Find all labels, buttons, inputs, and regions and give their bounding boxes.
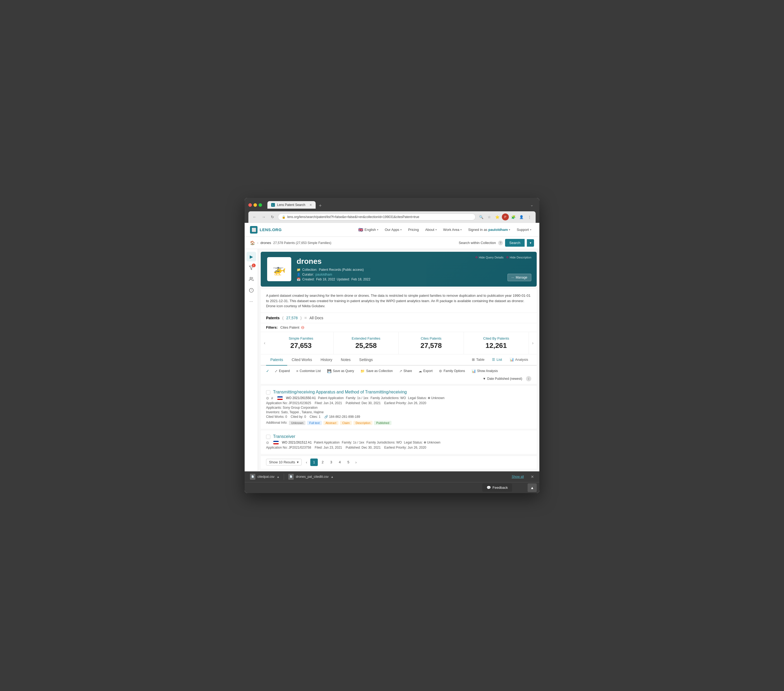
search-button[interactable]: Search — [505, 239, 525, 247]
tab-history[interactable]: History — [316, 354, 336, 365]
profile-icon[interactable]: P — [502, 214, 509, 220]
search-help-icon[interactable]: ? — [498, 240, 503, 245]
page-2-button[interactable]: 2 — [319, 459, 326, 466]
download-chevron-1-icon[interactable]: ▲ — [277, 475, 280, 478]
tab-notes[interactable]: Notes — [336, 354, 355, 365]
filter-remove-icon[interactable]: ⊖ — [301, 326, 305, 330]
patents-count[interactable]: 27,578 — [286, 316, 298, 320]
hide-desc-button[interactable]: ⊖ Hide Description — [506, 255, 531, 259]
next-page-button[interactable]: › — [353, 459, 359, 466]
patent-2-app-number[interactable]: WO 2021/261512 A1 — [282, 441, 311, 444]
prev-page-button[interactable]: ‹ — [304, 459, 310, 466]
page-1-button[interactable]: 1 — [310, 459, 318, 466]
search-browser-icon[interactable]: 🔍 — [478, 214, 485, 220]
patent-2-checkbox[interactable] — [266, 435, 270, 439]
bookmark-add-icon[interactable]: ☆ — [486, 214, 493, 220]
address-bar[interactable]: 🔒 lens.org/lens/search/patent/list?f=fal… — [278, 214, 476, 220]
stats-prev-icon[interactable]: ‹ — [261, 341, 268, 346]
show-results-selector[interactable]: Show 10 Results ▾ — [266, 459, 302, 466]
search-dropdown-button[interactable]: ▾ — [527, 239, 534, 247]
tab-close-icon[interactable]: ✕ — [310, 203, 312, 207]
patent-2-title[interactable]: Transceiver — [273, 434, 295, 439]
patent-1-hash-icon[interactable]: # — [271, 396, 273, 400]
patent-1-checkbox[interactable] — [266, 390, 270, 395]
breadcrumb-collection[interactable]: drones — [260, 241, 271, 245]
work-area-menu[interactable]: Work Area ▾ — [440, 226, 464, 233]
show-all-link[interactable]: Show all — [512, 475, 524, 479]
tab-settings[interactable]: Settings — [355, 354, 377, 365]
patent-1-app-number[interactable]: WO 2021/261550 A1 — [286, 396, 316, 400]
browser-tab-active[interactable]: L Lens Patent Search ✕ — [267, 201, 316, 209]
logo[interactable]: ⬜ LENS.ORG — [250, 226, 282, 234]
list-view-button[interactable]: ☰ List — [489, 356, 505, 363]
download-item-2[interactable]: 📄 drones_pat_citedlit.csv ▲ — [288, 474, 334, 480]
sidebar-nav-icon[interactable]: ▶ — [247, 252, 256, 262]
sidebar-filter-icon[interactable]: 1 — [247, 263, 256, 273]
simple-families-stat: Simple Families 27,653 — [268, 332, 334, 354]
sort-button[interactable]: ▼ Date Published (newest) — [480, 375, 525, 382]
hide-query-button[interactable]: ⊖ Hide Query Details — [475, 255, 504, 259]
maximize-traffic-light[interactable] — [259, 203, 262, 207]
csv-file-icon-2: 📄 — [288, 474, 294, 480]
feedback-button[interactable]: 💬 Feedback — [482, 484, 512, 492]
download-chevron-2-icon[interactable]: ▲ — [331, 475, 334, 478]
export-icon: ☁ — [418, 369, 422, 373]
page-5-button[interactable]: 5 — [344, 459, 352, 466]
close-download-bar-icon[interactable]: ✕ — [531, 475, 534, 479]
user-icon[interactable]: 👤 — [518, 214, 525, 220]
close-traffic-light[interactable] — [249, 203, 252, 207]
scroll-top-button[interactable]: ▲ — [527, 484, 537, 492]
page-4-button[interactable]: 4 — [336, 459, 344, 466]
window-menu-icon[interactable]: ⌄ — [528, 203, 535, 207]
tag-abstract[interactable]: Abstract — [323, 421, 338, 425]
extensions-icon[interactable]: 🧩 — [510, 214, 517, 220]
minimize-traffic-light[interactable] — [254, 203, 257, 207]
export-button[interactable]: ☁ Export — [416, 368, 435, 374]
tag-full-text[interactable]: Full text — [307, 421, 322, 425]
back-button[interactable]: ← — [251, 214, 258, 220]
new-tab-button[interactable]: + — [317, 203, 324, 209]
forward-button[interactable]: → — [260, 214, 267, 220]
download-item-1[interactable]: 📄 citedpat.csv ▲ — [250, 474, 280, 480]
tag-claim[interactable]: Claim — [340, 421, 352, 425]
page-3-button[interactable]: 3 — [328, 459, 335, 466]
family-options-button[interactable]: ⚙ Family Options — [436, 368, 468, 374]
patent-1-title[interactable]: Transmitting/receiving Apparatus and Met… — [273, 390, 407, 395]
tag-published[interactable]: Published — [374, 421, 391, 425]
tab-cited-works[interactable]: Cited Works — [287, 354, 316, 365]
curator-link[interactable]: pauloldham — [315, 273, 332, 276]
sidebar-users-icon[interactable] — [247, 274, 256, 284]
signed-in-menu[interactable]: Signed in as pauloldham ▾ — [465, 226, 513, 233]
save-as-collection-button[interactable]: 📁 Save as Collection — [358, 368, 395, 374]
table-view-button[interactable]: ⊞ Table — [469, 356, 488, 363]
home-icon[interactable]: 🏠 — [250, 240, 255, 245]
about-menu[interactable]: About ▾ — [423, 226, 440, 233]
tag-description[interactable]: Description — [353, 421, 372, 425]
bookmark-icon[interactable]: ⭐ — [494, 214, 501, 220]
patent-1-expand-icon[interactable]: ⊙ — [266, 396, 269, 400]
stats-next-icon[interactable]: › — [529, 341, 537, 346]
menu-icon[interactable]: ⋮ — [526, 214, 533, 220]
our-apps-menu[interactable]: Our Apps ▾ — [382, 226, 404, 233]
language-selector[interactable]: 🇬🇧 English ▾ — [356, 226, 381, 234]
manage-button[interactable]: ··· Manage — [507, 274, 531, 281]
cites-patents-label[interactable]: Cites Patents — [404, 336, 458, 341]
analysis-view-button[interactable]: 📊 Analysis — [506, 356, 531, 363]
toolbar-info-icon[interactable]: i — [526, 376, 531, 382]
customise-list-button[interactable]: ≡ Customise List — [294, 368, 323, 374]
simple-families-label[interactable]: Simple Families — [274, 336, 328, 341]
sidebar-more-icon[interactable]: ··· — [247, 297, 256, 306]
tag-unknown[interactable]: Unknown — [289, 421, 305, 425]
sidebar-info-icon[interactable] — [247, 286, 256, 295]
refresh-button[interactable]: ↻ — [269, 214, 276, 220]
extended-families-label[interactable]: Extended Families — [339, 336, 393, 341]
save-as-query-button[interactable]: 💾 Save as Query — [324, 368, 357, 374]
cited-by-label[interactable]: Cited By Patents — [469, 336, 523, 341]
share-button[interactable]: ↗ Share — [397, 368, 415, 374]
support-menu[interactable]: Support ▾ — [514, 226, 534, 233]
tab-patents[interactable]: Patents — [266, 354, 287, 365]
show-analysis-button[interactable]: 📊 Show Analysis — [469, 368, 501, 374]
patent-2-expand-icon[interactable]: ⊙ — [266, 441, 269, 444]
expand-button[interactable]: ⤢ Expand — [272, 368, 293, 374]
pricing-link[interactable]: Pricing — [405, 226, 422, 233]
